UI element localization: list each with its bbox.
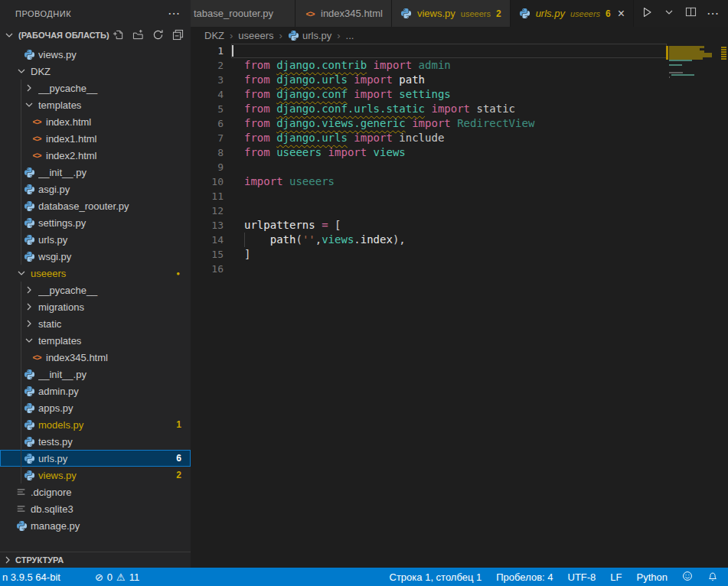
tree-file-tests.py[interactable]: tests.py [0, 433, 191, 450]
code-line-2[interactable]: 2from django.contrib import admin [191, 58, 728, 73]
warning-icon: ⚠ [116, 571, 126, 583]
explorer-more-actions[interactable]: ⋯ [168, 6, 180, 21]
tree-file-urls.py[interactable]: urls.py [0, 231, 191, 248]
tree-item-label: migrations [38, 301, 191, 313]
line-number: 14 [191, 233, 224, 247]
python-icon [23, 469, 35, 481]
code-line-4[interactable]: 4from django.conf import settings [191, 87, 728, 102]
code-line-16[interactable]: 16 [191, 262, 728, 276]
python-icon [288, 30, 299, 41]
tree-item-label: settings.py [38, 217, 191, 229]
new-file-button[interactable] [111, 28, 125, 42]
chevron-down-icon [23, 334, 35, 347]
code-line-14[interactable]: 14 path('',views.index), [191, 233, 728, 247]
list-icon [15, 486, 28, 498]
line-number: 3 [191, 73, 224, 87]
tree-file-index345.html[interactable]: <>index345.html [0, 349, 191, 366]
more-actions-button[interactable]: ⋯ [707, 6, 719, 21]
tree-file-index1.html[interactable]: <>index1.html [0, 130, 191, 147]
chevron-down-icon [3, 29, 15, 41]
code-line-10[interactable]: 10import useeers [191, 174, 728, 189]
tab-label: index345.html [321, 8, 383, 19]
collapse-all-button[interactable] [171, 28, 184, 42]
tree-file-manage.py[interactable]: manage.py [0, 517, 191, 534]
status-feedback[interactable] [682, 571, 693, 584]
breadcrumb-item[interactable]: useeers [238, 30, 273, 41]
problems-badge: 2 [176, 470, 181, 480]
code-line-9[interactable]: 9 [191, 160, 728, 174]
python-icon [23, 48, 35, 60]
status-interpreter[interactable]: n 3.9.5 64-bit [2, 571, 60, 583]
status-eol[interactable]: LF [610, 571, 622, 583]
tree-file-admin.py[interactable]: admin.py [0, 383, 191, 399]
code-line-8[interactable]: 8from useeers import views [191, 145, 728, 160]
status-cursor-position[interactable]: Строка 1, столбец 1 [390, 571, 482, 583]
code-line-7[interactable]: 7from django.urls import include [191, 131, 728, 145]
split-editor-button[interactable] [685, 6, 697, 21]
tree-file-index2.html[interactable]: <>index2.html [0, 147, 191, 164]
refresh-button[interactable] [151, 28, 165, 42]
code-line-3[interactable]: 3from django.urls import path [191, 73, 728, 87]
tree-folder-templates[interactable]: templates [0, 96, 191, 113]
tree-file-views.py[interactable]: views.py [0, 46, 191, 63]
tab-views.py[interactable]: views.pyuseeers2 [392, 0, 511, 27]
tree-folder-__pycache__[interactable]: __pycache__ [0, 80, 191, 96]
tree-folder-static[interactable]: static [0, 315, 191, 332]
overview-ruler[interactable] [720, 44, 728, 568]
code-line-13[interactable]: 13urlpatterns = [ [191, 218, 728, 233]
tree-item-label: templates [38, 335, 191, 347]
problems-badge: 1 [176, 419, 181, 430]
status-encoding[interactable]: UTF-8 [568, 571, 596, 583]
tree-file-db.sqlite3[interactable]: db.sqlite3 [0, 500, 191, 517]
new-folder-button[interactable] [131, 28, 145, 42]
code-editor[interactable]: 12from django.contrib import admin3from … [191, 44, 728, 568]
breadcrumb-item[interactable]: ... [346, 30, 354, 41]
minimap[interactable] [668, 44, 720, 166]
chevron-right-icon [23, 301, 35, 313]
code-line-11[interactable]: 11 [191, 189, 728, 203]
outline-section-label: СТРУКТУРА [15, 555, 64, 565]
breadcrumb-item[interactable]: urls.py [288, 30, 331, 41]
tab-urls.py[interactable]: urls.pyuseeers6× [511, 0, 634, 27]
tree-file-models.py[interactable]: models.py1 [0, 416, 191, 433]
tree-folder-__pycache__[interactable]: __pycache__ [0, 282, 191, 298]
status-language-mode[interactable]: Python [637, 571, 668, 583]
explorer-sidebar: ПРОВОДНИК ⋯ (РАБОЧАЯ ОБЛАСТЬ) ... views.… [0, 0, 191, 568]
tab-tabase_roouter.py[interactable]: tabase_roouter.py [191, 0, 295, 27]
tree-file-__init__.py[interactable]: __init__.py [0, 366, 191, 383]
outline-section-header[interactable]: СТРУКТУРА [0, 552, 191, 568]
workspace-section-header[interactable]: (РАБОЧАЯ ОБЛАСТЬ) ... [0, 27, 191, 44]
tree-file-database_roouter.py[interactable]: database_roouter.py [0, 197, 191, 214]
code-line-15[interactable]: 15] [191, 247, 728, 262]
code-line-5[interactable]: 5from django.conf.urls.static import sta… [191, 102, 728, 116]
breadcrumb-item[interactable]: DKZ [204, 30, 224, 41]
new-folder-icon [132, 29, 144, 42]
line-number: 6 [191, 116, 224, 131]
python-icon [23, 200, 35, 212]
tree-file-views.py[interactable]: views.py2 [0, 467, 191, 483]
code-line-6[interactable]: 6from django.views.generic import Redire… [191, 116, 728, 131]
tree-file-apps.py[interactable]: apps.py [0, 399, 191, 416]
tree-folder-DKZ[interactable]: DKZ [0, 63, 191, 80]
tree-item-label: apps.py [38, 402, 191, 414]
close-tab-button[interactable]: × [618, 8, 625, 20]
tab-index345.html[interactable]: <>index345.html [295, 0, 392, 27]
status-indentation[interactable]: Пробелов: 4 [496, 571, 553, 583]
tree-file-urls.py[interactable]: urls.py6 [0, 450, 191, 467]
status-notifications[interactable] [707, 571, 718, 584]
tree-file-index.html[interactable]: <>index.html [0, 113, 191, 130]
status-problems[interactable]: ⊘0⚠11 [95, 571, 139, 583]
run-dropdown[interactable] [663, 6, 675, 21]
tree-folder-useeers[interactable]: useeers● [0, 265, 191, 282]
tree-item-label: manage.py [31, 520, 191, 532]
tree-folder-templates[interactable]: templates [0, 332, 191, 349]
tree-file-wsgi.py[interactable]: wsgi.py [0, 248, 191, 265]
tree-file-.dcignore[interactable]: .dcignore [0, 483, 191, 500]
tree-file-asgi.py[interactable]: asgi.py [0, 181, 191, 197]
chevron-right-icon [23, 82, 35, 94]
run-button[interactable] [641, 6, 653, 21]
tree-file-__init__.py[interactable]: __init__.py [0, 164, 191, 181]
code-line-12[interactable]: 12 [191, 203, 728, 218]
tree-folder-migrations[interactable]: migrations [0, 298, 191, 315]
tree-file-settings.py[interactable]: settings.py [0, 214, 191, 231]
